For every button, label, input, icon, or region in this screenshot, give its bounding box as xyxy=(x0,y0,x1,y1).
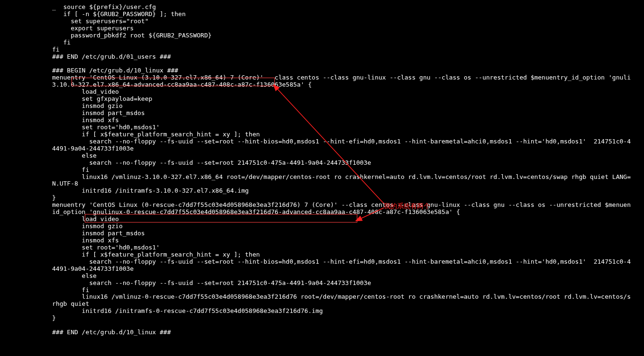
terminal-output: _ source ${prefix}/user.cfg if [ -n ${GR… xyxy=(0,0,644,336)
annotation-text: 我的系统有两个 xyxy=(384,202,430,210)
